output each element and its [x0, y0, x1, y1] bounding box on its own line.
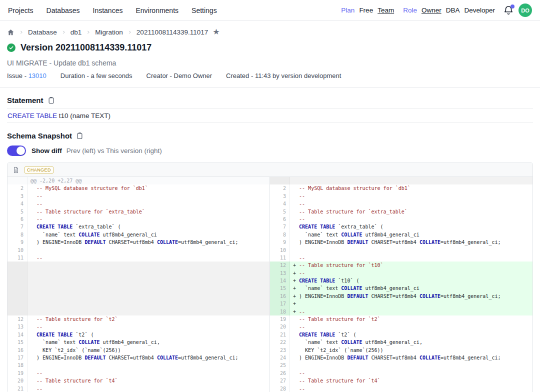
line-number: 18 — [8, 362, 28, 369]
diff-row: @@ -2,20 +2,27 @@ — [8, 177, 270, 184]
line-number: 12 — [270, 262, 290, 269]
code-line: KEY `t2_idx` (`name`(256)) — [28, 346, 270, 354]
favorite-star-icon[interactable]: ★ — [212, 28, 220, 36]
copy-schema-icon[interactable] — [76, 132, 84, 140]
code-line: CREATE TABLE `t2` ( — [290, 331, 532, 338]
line-number — [8, 177, 28, 184]
line-number: 21 — [270, 331, 290, 338]
diff-row — [8, 270, 270, 277]
nav-right-section: Plan Free Team Role Owner DBA Developer … — [336, 4, 532, 17]
diff-row: 11 -- — [8, 254, 270, 262]
line-number: 22 — [270, 338, 290, 346]
code-line: -- — [290, 323, 532, 330]
line-number — [8, 262, 28, 269]
line-number — [8, 284, 28, 292]
plan-value: Free — [359, 6, 373, 14]
line-number — [8, 277, 28, 284]
line-number: 24 — [270, 354, 290, 362]
diff-row: 28 -- — [270, 385, 532, 392]
line-number: 8 — [8, 231, 28, 238]
code-line — [28, 362, 270, 369]
diff-row: 24 ) ENGINE=InnoDB DEFAULT CHARSET=utf8m… — [270, 354, 532, 362]
line-number: 26 — [270, 370, 290, 377]
diff-pane-current: 2 -- MySQL database structure for `db1`3… — [270, 177, 532, 392]
meta-issue: Issue - 13010 — [7, 72, 46, 80]
top-navigation-bar: Projects Databases Instances Environment… — [0, 0, 540, 21]
code-line: -- Table structure for `t2` — [290, 316, 532, 323]
issue-link[interactable]: 13010 — [28, 72, 46, 80]
status-badge: CHANGED — [24, 166, 54, 174]
line-number: 17 — [270, 300, 290, 308]
role-dba-link[interactable]: DBA — [446, 6, 460, 14]
code-line: -- — [28, 385, 270, 392]
line-number: 20 — [270, 323, 290, 330]
diff-row: 8 `name` text COLLATE utf8mb4_general_ci — [270, 231, 532, 238]
line-number: 6 — [270, 216, 290, 223]
diff-row: 20 -- Table structure for `t4` — [8, 377, 270, 384]
diff-row: 10 — [8, 246, 270, 254]
code-line: + — [290, 300, 532, 308]
role-developer-link[interactable]: Developer — [464, 6, 495, 14]
diff-split-view[interactable]: @@ -2,20 +2,27 @@2 -- MySQL database str… — [8, 177, 532, 392]
show-diff-toggle[interactable] — [7, 146, 26, 156]
breadcrumb-version[interactable]: 20211008114339.11017 — [136, 28, 208, 36]
line-number: 21 — [8, 385, 28, 392]
line-number — [8, 300, 28, 308]
diff-row: 14+ CREATE TABLE `t10` ( — [270, 277, 532, 284]
code-line — [290, 177, 532, 184]
code-line: ) ENGINE=InnoDB DEFAULT CHARSET=utf8mb4 … — [28, 354, 270, 362]
line-number — [8, 308, 28, 316]
code-line: -- MySQL database structure for `db1` — [290, 184, 532, 192]
diff-row: 4 -- — [270, 200, 532, 208]
statement-heading: Statement — [7, 96, 44, 104]
line-number: 2 — [270, 184, 290, 192]
schema-snapshot-heading-row: Schema Snapshot — [7, 132, 533, 140]
user-avatar[interactable]: DO — [518, 4, 532, 17]
diff-row — [8, 262, 270, 269]
nav-item-environments[interactable]: Environments — [136, 6, 178, 14]
meta-created: Created - 11:43 by version development — [226, 72, 341, 80]
code-line: + -- — [290, 270, 532, 277]
line-number: 16 — [270, 292, 290, 300]
nav-item-databases[interactable]: Databases — [46, 6, 80, 14]
nav-item-instances[interactable]: Instances — [93, 6, 123, 14]
diff-row: 9 ) ENGINE=InnoDB DEFAULT CHARSET=utf8mb… — [270, 238, 532, 246]
code-line: CREATE TABLE `t2` ( — [28, 331, 270, 338]
diff-row: 6 -- — [8, 216, 270, 223]
code-line: -- — [28, 200, 270, 208]
code-line: ) ENGINE=InnoDB DEFAULT CHARSET=utf8mb4 … — [290, 354, 532, 362]
diff-row: 3 -- — [270, 192, 532, 200]
chevron-right-icon — [128, 30, 132, 34]
role-owner-link[interactable]: Owner — [422, 6, 442, 14]
statement-sql[interactable]: CREATE TABLE t10 (name TEXT) — [7, 108, 533, 123]
line-number: 4 — [270, 200, 290, 208]
role-label: Role — [403, 6, 417, 14]
diff-row: 22 `name` text COLLATE utf8mb4_general_c… — [270, 338, 532, 346]
nav-item-projects[interactable]: Projects — [8, 6, 34, 14]
diff-row — [8, 300, 270, 308]
line-number: 5 — [270, 208, 290, 216]
nav-item-settings[interactable]: Settings — [192, 6, 217, 14]
copy-statement-icon[interactable] — [48, 96, 55, 104]
line-number: 5 — [8, 208, 28, 216]
line-number: 23 — [270, 346, 290, 354]
diff-row: 7 CREATE TABLE `extra_table` ( — [8, 223, 270, 230]
home-icon[interactable] — [7, 28, 14, 36]
breadcrumb-db1[interactable]: db1 — [70, 28, 82, 36]
code-line: -- — [290, 370, 532, 377]
section-divider — [0, 87, 540, 88]
code-line: + -- — [290, 308, 532, 316]
breadcrumb-database[interactable]: Database — [28, 28, 57, 36]
notification-bell-icon[interactable] — [503, 5, 514, 16]
nav-main-menu: Projects Databases Instances Environment… — [8, 6, 217, 14]
diff-row: 19 -- Table structure for `t2` — [270, 316, 532, 323]
line-number: 18 — [270, 308, 290, 316]
notification-dot — [510, 4, 514, 8]
diff-row: 7 CREATE TABLE `extra_table` ( — [270, 223, 532, 230]
line-number: 27 — [270, 377, 290, 384]
breadcrumb-migration[interactable]: Migration — [95, 28, 123, 36]
code-line — [28, 246, 270, 254]
code-line: CREATE TABLE `extra_table` ( — [290, 223, 532, 230]
diff-row: 26 -- — [270, 370, 532, 377]
plan-team-link[interactable]: Team — [378, 6, 394, 14]
